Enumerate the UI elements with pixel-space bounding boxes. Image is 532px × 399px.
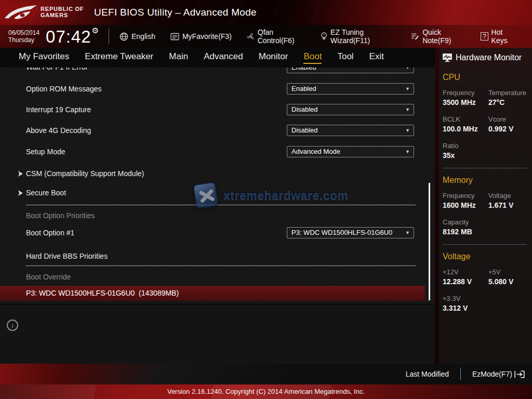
chevron-down-icon: ▼ <box>405 228 410 238</box>
ez-tuning-wizard-button[interactable]: EZ Tuning Wizard(F11) <box>321 28 396 45</box>
boot-override-device-row[interactable]: P3: WDC WD1500HLFS-01G6U0 (143089MB) <box>0 286 425 301</box>
boot-option-1-dropdown[interactable]: P3: WDC WD1500HLFS-01G6U0▼ <box>287 227 414 238</box>
submenu-arrow-icon <box>18 171 23 177</box>
interrupt-19-capture-dropdown[interactable]: Disabled▼ <box>287 104 414 115</box>
boot-settings-panel: Wait For F1 If Error Enabled▼ Option ROM… <box>0 68 435 304</box>
bios-screen: REPUBLIC OF GAMERS UEFI BIOS Utility – A… <box>0 0 532 399</box>
watermark-text: xtremehardware.com <box>223 189 348 203</box>
setting-label: Boot Option #1 <box>26 227 74 238</box>
main-menu-bar: My Favorites Extreme Tweaker Main Advanc… <box>0 48 435 68</box>
setting-label: Interrupt 19 Capture <box>26 104 91 115</box>
lightbulb-icon <box>321 32 327 41</box>
chevron-down-icon: ▼ <box>405 125 410 136</box>
brand-line-1: REPUBLIC OF <box>41 6 84 12</box>
tab-extreme-tweaker[interactable]: Extreme Tweaker <box>85 48 153 68</box>
watermark-x-icon <box>193 181 219 209</box>
rog-logo-icon <box>4 3 37 23</box>
tab-tool[interactable]: Tool <box>337 48 353 68</box>
divider <box>443 244 527 245</box>
help-description-area: i <box>0 304 435 364</box>
hardware-monitor-title: Hardware Monitor <box>456 53 522 62</box>
cpu-section-title: CPU <box>443 73 532 82</box>
submenu-arrow-icon <box>18 190 23 196</box>
memory-readings: Frequency 1600 MHz Voltage 1.671 V Capac… <box>443 192 532 236</box>
time-display: 07:42⚙ <box>46 26 99 47</box>
watermark: xtremehardware.com <box>194 183 348 208</box>
clock-settings-gear-icon[interactable]: ⚙ <box>92 26 99 35</box>
footer-action-bar: Last Modified EzMode(F7) <box>0 364 532 384</box>
setting-label: Above 4G Decoding <box>26 125 91 136</box>
tab-boot[interactable]: Boot <box>303 48 322 68</box>
chevron-down-icon: ▼ <box>405 147 410 157</box>
memory-section-title: Memory <box>443 176 532 185</box>
voltage-section-title: Voltage <box>443 252 532 261</box>
version-bar: Version 2.16.1240. Copyright (C) 2014 Am… <box>0 384 532 399</box>
ez-tuning-wizard-label: EZ Tuning Wizard(F11) <box>330 28 396 45</box>
hardware-monitor-header: Hardware Monitor <box>442 53 532 62</box>
qfan-control-label: Qfan Control(F6) <box>258 28 305 45</box>
note-pencil-icon <box>411 32 419 41</box>
tab-main[interactable]: Main <box>169 48 188 68</box>
weekday-value: Thursday <box>8 36 39 44</box>
csm-submenu-item[interactable]: CSM (Compatibility Support Module) <box>18 168 144 179</box>
setting-label: Option ROM Messages <box>26 83 102 95</box>
info-icon: i <box>7 320 18 331</box>
favorite-list-icon <box>170 33 179 41</box>
hot-keys-label: Hot Keys <box>491 28 517 45</box>
setup-mode-dropdown[interactable]: Advanced Mode▼ <box>287 146 414 157</box>
quick-note-button[interactable]: Quick Note(F9) <box>411 28 466 45</box>
date-value: 06/05/2014 <box>8 29 39 36</box>
qfan-control-button[interactable]: Qfan Control(F6) <box>247 28 305 45</box>
divider <box>26 265 416 266</box>
wait-for-f1-dropdown[interactable]: Enabled▼ <box>287 68 414 73</box>
above-4g-decoding-dropdown[interactable]: Disabled▼ <box>287 125 414 136</box>
ez-mode-button[interactable]: EzMode(F7) <box>472 370 525 378</box>
setting-label: Setup Mode <box>26 146 65 157</box>
boot-override-section-title: Boot Override <box>26 273 71 281</box>
setting-label: Wait For F1 If Error <box>26 68 88 73</box>
divider <box>109 29 109 44</box>
header-banner: REPUBLIC OF GAMERS UEFI BIOS Utility – A… <box>0 0 532 48</box>
quick-access-bar: 06/05/2014 Thursday 07:42⚙ English <box>0 25 532 48</box>
my-favorite-label: MyFavorite(F3) <box>182 32 232 41</box>
language-label: English <box>131 32 155 41</box>
hot-keys-button[interactable]: ? Hot Keys <box>481 28 517 45</box>
tab-my-favorites[interactable]: My Favorites <box>19 48 69 68</box>
voltage-readings: +12V 12.288 V +5V 5.080 V +3.3V 3.312 V <box>443 268 532 312</box>
time-value: 07:42 <box>46 27 91 46</box>
monitor-icon <box>442 53 453 62</box>
exit-arrow-icon <box>514 370 525 378</box>
divider <box>443 168 527 168</box>
scrollbar-thumb[interactable] <box>429 183 430 300</box>
quick-note-label: Quick Note(F9) <box>422 28 466 45</box>
secure-boot-submenu-item[interactable]: Secure Boot <box>18 188 66 198</box>
hardware-monitor-panel: Hardware Monitor CPU Frequency 3500 MHz … <box>439 48 532 364</box>
tab-advanced[interactable]: Advanced <box>204 48 243 68</box>
language-button[interactable]: English <box>119 32 155 41</box>
divider <box>460 368 461 380</box>
my-favorite-button[interactable]: MyFavorite(F3) <box>170 32 232 41</box>
hard-drive-bbs-item[interactable]: Hard Drive BBS Priorities <box>26 250 108 262</box>
chevron-down-icon: ▼ <box>405 84 410 94</box>
tab-monitor[interactable]: Monitor <box>259 48 288 68</box>
date-display: 06/05/2014 Thursday <box>8 29 39 44</box>
brand-text: REPUBLIC OF GAMERS <box>41 6 84 18</box>
brand-line-2: GAMERS <box>41 12 84 18</box>
last-modified-button[interactable]: Last Modified <box>406 370 449 378</box>
chevron-down-icon: ▼ <box>405 68 410 73</box>
cpu-readings: Frequency 3500 MHz Temperature 27°C BCLK… <box>443 89 532 159</box>
chevron-down-icon: ▼ <box>405 104 410 115</box>
page-title: UEFI BIOS Utility – Advanced Mode <box>94 7 257 18</box>
fan-icon <box>247 32 255 41</box>
option-rom-messages-dropdown[interactable]: Enabled▼ <box>287 83 414 95</box>
tab-exit[interactable]: Exit <box>369 48 384 68</box>
globe-icon <box>119 32 128 41</box>
boot-priorities-section-title: Boot Option Priorities <box>26 211 95 220</box>
question-box-icon: ? <box>481 32 488 41</box>
